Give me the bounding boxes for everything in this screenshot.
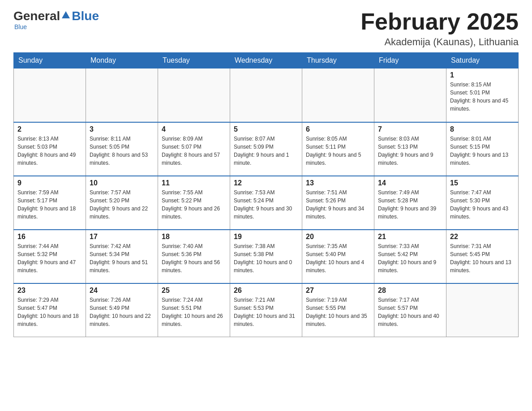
- weekday-header-tuesday: Tuesday: [158, 53, 230, 68]
- day-info: Sunrise: 7:35 AMSunset: 5:40 PMDaylight:…: [306, 242, 370, 274]
- week-row-1: 1Sunrise: 8:15 AMSunset: 5:01 PMDaylight…: [14, 68, 519, 122]
- calendar-cell: 8Sunrise: 8:01 AMSunset: 5:15 PMDaylight…: [446, 122, 519, 176]
- day-number: 6: [306, 125, 370, 133]
- day-info: Sunrise: 7:29 AMSunset: 5:47 PMDaylight:…: [17, 296, 82, 328]
- day-info: Sunrise: 8:05 AMSunset: 5:11 PMDaylight:…: [306, 135, 370, 167]
- weekday-header-monday: Monday: [86, 53, 158, 68]
- calendar-cell: 27Sunrise: 7:19 AMSunset: 5:55 PMDayligh…: [302, 283, 374, 337]
- calendar-cell: 13Sunrise: 7:51 AMSunset: 5:26 PMDayligh…: [302, 176, 374, 230]
- calendar-cell: 20Sunrise: 7:35 AMSunset: 5:40 PMDayligh…: [302, 230, 374, 283]
- day-info: Sunrise: 7:51 AMSunset: 5:26 PMDaylight:…: [306, 188, 370, 221]
- day-info: Sunrise: 7:44 AMSunset: 5:32 PMDaylight:…: [17, 242, 82, 274]
- weekday-header-saturday: Saturday: [446, 53, 519, 68]
- day-number: 13: [306, 179, 370, 187]
- day-number: 25: [162, 287, 226, 295]
- calendar-cell: [230, 68, 302, 122]
- day-info: Sunrise: 7:42 AMSunset: 5:34 PMDaylight:…: [90, 242, 154, 274]
- calendar-cell: [14, 68, 86, 122]
- calendar-cell: 22Sunrise: 7:31 AMSunset: 5:45 PMDayligh…: [446, 230, 519, 283]
- calendar-cell: 10Sunrise: 7:57 AMSunset: 5:20 PMDayligh…: [86, 176, 158, 230]
- day-info: Sunrise: 7:24 AMSunset: 5:51 PMDaylight:…: [162, 296, 226, 328]
- day-info: Sunrise: 7:40 AMSunset: 5:36 PMDaylight:…: [162, 242, 226, 274]
- day-number: 19: [234, 233, 298, 241]
- day-number: 16: [17, 233, 82, 241]
- day-info: Sunrise: 8:09 AMSunset: 5:07 PMDaylight:…: [162, 135, 226, 167]
- day-info: Sunrise: 8:15 AMSunset: 5:01 PMDaylight:…: [450, 81, 515, 113]
- calendar-cell: 5Sunrise: 8:07 AMSunset: 5:09 PMDaylight…: [230, 122, 302, 176]
- day-number: 12: [234, 179, 298, 187]
- day-info: Sunrise: 7:47 AMSunset: 5:30 PMDaylight:…: [450, 188, 515, 221]
- day-number: 3: [90, 125, 154, 133]
- day-number: 10: [90, 179, 154, 187]
- calendar-cell: 3Sunrise: 8:11 AMSunset: 5:05 PMDaylight…: [86, 122, 158, 176]
- calendar-cell: 9Sunrise: 7:59 AMSunset: 5:17 PMDaylight…: [14, 176, 86, 230]
- weekday-header-wednesday: Wednesday: [230, 53, 302, 68]
- day-info: Sunrise: 8:07 AMSunset: 5:09 PMDaylight:…: [234, 135, 298, 167]
- calendar-cell: 23Sunrise: 7:29 AMSunset: 5:47 PMDayligh…: [14, 283, 86, 337]
- logo: General Blue Blue: [13, 9, 99, 30]
- day-info: Sunrise: 7:17 AMSunset: 5:57 PMDaylight:…: [378, 296, 442, 328]
- day-number: 15: [450, 179, 515, 187]
- day-number: 18: [162, 233, 226, 241]
- day-info: Sunrise: 7:53 AMSunset: 5:24 PMDaylight:…: [234, 188, 298, 221]
- weekday-header-row: SundayMondayTuesdayWednesdayThursdayFrid…: [14, 53, 519, 68]
- month-year-title: February 2025: [360, 9, 519, 34]
- calendar-cell: 1Sunrise: 8:15 AMSunset: 5:01 PMDaylight…: [446, 68, 519, 122]
- week-row-5: 23Sunrise: 7:29 AMSunset: 5:47 PMDayligh…: [14, 283, 519, 337]
- day-info: Sunrise: 7:21 AMSunset: 5:53 PMDaylight:…: [234, 296, 298, 328]
- day-info: Sunrise: 7:55 AMSunset: 5:22 PMDaylight:…: [162, 188, 226, 221]
- logo-general-text: General: [13, 9, 60, 23]
- logo-triangle-icon: [61, 9, 71, 23]
- calendar-cell: 12Sunrise: 7:53 AMSunset: 5:24 PMDayligh…: [230, 176, 302, 230]
- day-number: 1: [450, 71, 515, 79]
- calendar-table: SundayMondayTuesdayWednesdayThursdayFrid…: [13, 52, 519, 337]
- day-number: 14: [378, 179, 442, 187]
- day-number: 11: [162, 179, 226, 187]
- calendar-cell: 11Sunrise: 7:55 AMSunset: 5:22 PMDayligh…: [158, 176, 230, 230]
- weekday-header-thursday: Thursday: [302, 53, 374, 68]
- day-info: Sunrise: 7:59 AMSunset: 5:17 PMDaylight:…: [17, 188, 82, 221]
- day-number: 4: [162, 125, 226, 133]
- calendar-cell: 14Sunrise: 7:49 AMSunset: 5:28 PMDayligh…: [374, 176, 446, 230]
- day-info: Sunrise: 7:38 AMSunset: 5:38 PMDaylight:…: [234, 242, 298, 274]
- calendar-cell: 16Sunrise: 7:44 AMSunset: 5:32 PMDayligh…: [14, 230, 86, 283]
- title-section: February 2025 Akademija (Kaunas), Lithua…: [360, 9, 519, 48]
- calendar-cell: 28Sunrise: 7:17 AMSunset: 5:57 PMDayligh…: [374, 283, 446, 337]
- day-info: Sunrise: 7:19 AMSunset: 5:55 PMDaylight:…: [306, 296, 370, 328]
- day-number: 7: [378, 125, 442, 133]
- day-number: 5: [234, 125, 298, 133]
- day-info: Sunrise: 7:33 AMSunset: 5:42 PMDaylight:…: [378, 242, 442, 274]
- calendar-cell: 7Sunrise: 8:03 AMSunset: 5:13 PMDaylight…: [374, 122, 446, 176]
- day-info: Sunrise: 7:49 AMSunset: 5:28 PMDaylight:…: [378, 188, 442, 221]
- day-info: Sunrise: 8:11 AMSunset: 5:05 PMDaylight:…: [90, 135, 154, 167]
- day-number: 9: [17, 179, 82, 187]
- day-number: 27: [306, 287, 370, 295]
- day-info: Sunrise: 7:31 AMSunset: 5:45 PMDaylight:…: [450, 242, 515, 274]
- day-info: Sunrise: 8:13 AMSunset: 5:03 PMDaylight:…: [17, 135, 82, 167]
- day-number: 8: [450, 125, 515, 133]
- calendar-cell: 26Sunrise: 7:21 AMSunset: 5:53 PMDayligh…: [230, 283, 302, 337]
- day-number: 2: [17, 125, 82, 133]
- calendar-cell: 6Sunrise: 8:05 AMSunset: 5:11 PMDaylight…: [302, 122, 374, 176]
- calendar-cell: 24Sunrise: 7:26 AMSunset: 5:49 PMDayligh…: [86, 283, 158, 337]
- calendar-cell: [374, 68, 446, 122]
- calendar-cell: 15Sunrise: 7:47 AMSunset: 5:30 PMDayligh…: [446, 176, 519, 230]
- logo-subtitle: Blue: [14, 23, 27, 30]
- calendar-cell: [302, 68, 374, 122]
- day-info: Sunrise: 7:57 AMSunset: 5:20 PMDaylight:…: [90, 188, 154, 221]
- day-number: 20: [306, 233, 370, 241]
- day-info: Sunrise: 8:01 AMSunset: 5:15 PMDaylight:…: [450, 135, 515, 167]
- calendar-cell: 21Sunrise: 7:33 AMSunset: 5:42 PMDayligh…: [374, 230, 446, 283]
- day-number: 24: [90, 287, 154, 295]
- calendar-cell: [446, 283, 519, 337]
- calendar-cell: [86, 68, 158, 122]
- week-row-3: 9Sunrise: 7:59 AMSunset: 5:17 PMDaylight…: [14, 176, 519, 230]
- week-row-2: 2Sunrise: 8:13 AMSunset: 5:03 PMDaylight…: [14, 122, 519, 176]
- weekday-header-sunday: Sunday: [14, 53, 86, 68]
- page-header: General Blue Blue February 2025 Akademij…: [13, 9, 519, 48]
- svg-marker-0: [62, 11, 70, 18]
- day-number: 26: [234, 287, 298, 295]
- day-number: 23: [17, 287, 82, 295]
- day-info: Sunrise: 8:03 AMSunset: 5:13 PMDaylight:…: [378, 135, 442, 167]
- logo-blue-text: Blue: [72, 9, 99, 23]
